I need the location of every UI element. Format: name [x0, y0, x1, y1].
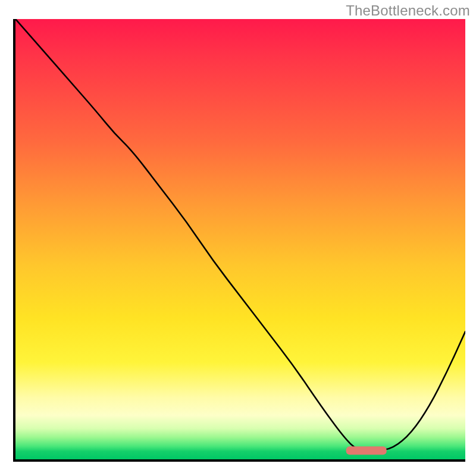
optimal-range-marker	[346, 446, 387, 455]
plot-area	[13, 19, 465, 462]
chart-container: TheBottleneck.com	[0, 0, 476, 476]
chart-svg	[15, 19, 465, 459]
bottleneck-curve	[15, 19, 465, 451]
watermark-text: TheBottleneck.com	[346, 2, 470, 19]
